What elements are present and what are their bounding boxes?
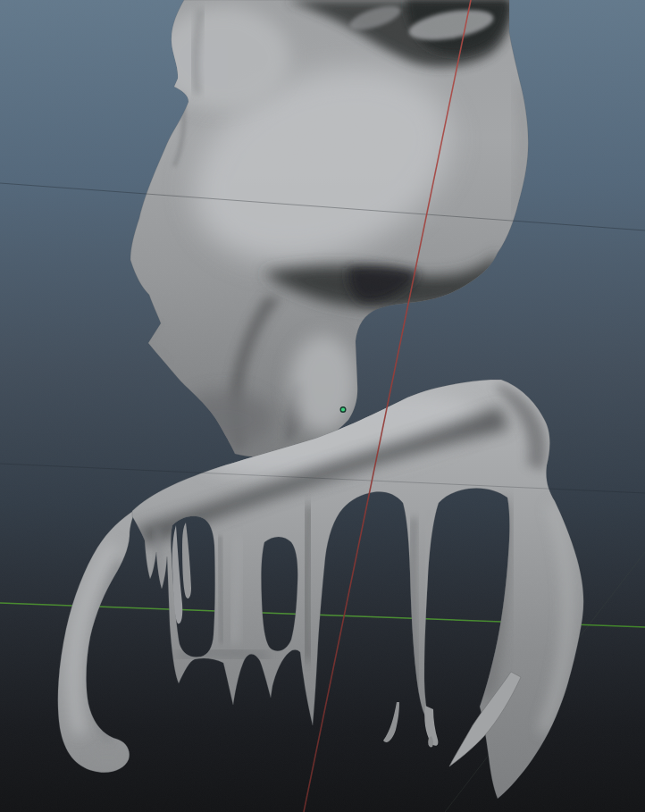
viewport-canvas[interactable] bbox=[0, 0, 645, 812]
dither-noise-overlay bbox=[0, 0, 645, 812]
3d-viewport[interactable] bbox=[0, 0, 645, 812]
